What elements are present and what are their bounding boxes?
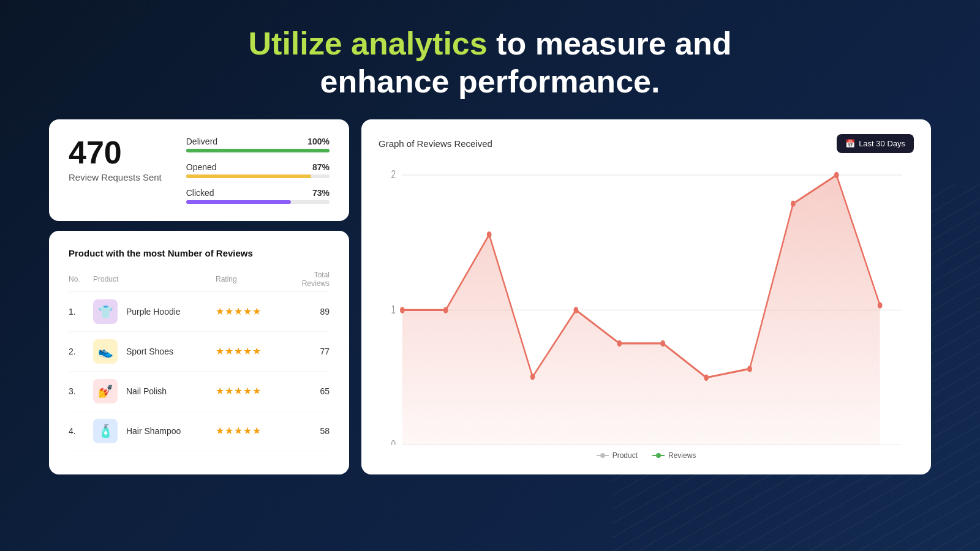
row-rating: ★★★★★ <box>216 331 295 371</box>
stats-summary: 470 Review Requests Sent <box>69 137 162 182</box>
col-header-product: Product <box>93 267 216 292</box>
headline-highlight: Utilize analytics <box>249 26 488 61</box>
product-thumbnail: 👟 <box>93 339 118 364</box>
metric-clicked: Clicked 73% <box>186 188 330 204</box>
chart-dot <box>878 302 883 308</box>
metric-clicked-bar-fill <box>186 200 291 204</box>
table-row: 3. 💅 Nail Polish ★★★★★ 65 <box>69 371 330 411</box>
table-row: 1. 👕 Purple Hoodie ★★★★★ 89 <box>69 291 330 331</box>
chart-dot <box>617 340 622 347</box>
product-stars: ★★★★★ <box>216 346 262 356</box>
products-table: No. Product Rating Total Reviews 1. 👕 Pu… <box>69 267 330 451</box>
product-stars: ★★★★★ <box>216 306 262 317</box>
products-card: Product with the most Number of Reviews … <box>49 231 349 474</box>
row-number: 4. <box>69 411 93 451</box>
chart-dot <box>400 307 405 313</box>
col-header-no: No. <box>69 267 93 292</box>
chart-dot <box>574 307 579 313</box>
products-tbody: 1. 👕 Purple Hoodie ★★★★★ 89 2. 👟 Sport S… <box>69 291 330 451</box>
review-requests-count: 470 <box>69 137 162 168</box>
svg-text:0: 0 <box>391 438 396 445</box>
metric-opened-label: Opened <box>186 162 217 172</box>
row-product: 👕 Purple Hoodie <box>93 291 216 331</box>
chart-dot <box>530 373 535 380</box>
legend-product-line <box>597 455 609 456</box>
svg-text:2: 2 <box>391 168 396 180</box>
legend-item-product: Product <box>597 451 638 460</box>
product-thumbnail: 👕 <box>93 299 118 324</box>
chart-area: 2 1 0 <box>379 159 914 445</box>
metric-opened: Opened 87% <box>186 162 330 178</box>
legend-product-label: Product <box>612 451 638 460</box>
chart-header: Graph of Reviews Received 📅 Last 30 Days <box>379 134 914 153</box>
row-product: 🧴 Hair Shampoo <box>93 411 216 451</box>
metrics-list: Deliverd 100% Opened 87% <box>186 137 330 204</box>
metric-delivered-bar-bg <box>186 149 330 152</box>
chart-dot <box>704 374 709 380</box>
product-name: Purple Hoodie <box>126 307 181 317</box>
chart-title: Graph of Reviews Received <box>379 138 492 149</box>
row-number: 3. <box>69 371 93 411</box>
date-filter-label: Last 30 Days <box>859 139 905 148</box>
row-product: 👟 Sport Shoes <box>93 331 216 371</box>
row-product: 💅 Nail Polish <box>93 371 216 411</box>
metric-clicked-pct: 73% <box>312 188 330 198</box>
metric-delivered-label: Deliverd <box>186 137 217 146</box>
chart-dot <box>747 365 752 372</box>
product-thumbnail: 💅 <box>93 379 118 403</box>
metric-delivered-bar-fill <box>186 149 330 152</box>
chart-dot <box>791 200 796 206</box>
chart-dot <box>660 340 665 347</box>
headline-line2: enhance performance. <box>320 64 660 99</box>
legend-item-reviews: Reviews <box>652 451 696 460</box>
product-name: Nail Polish <box>126 386 167 396</box>
legend-reviews-label: Reviews <box>668 451 696 460</box>
products-title: Product with the most Number of Reviews <box>69 248 330 258</box>
date-filter-button[interactable]: 📅 Last 30 Days <box>837 134 914 153</box>
chart-dot <box>487 231 492 238</box>
stats-card: 470 Review Requests Sent Deliverd 100% <box>49 119 349 221</box>
chart-card: Graph of Reviews Received 📅 Last 30 Days… <box>361 119 931 474</box>
product-stars: ★★★★★ <box>216 386 262 396</box>
metric-opened-pct: 87% <box>312 162 330 172</box>
row-number: 1. <box>69 291 93 331</box>
chart-legend: Product Reviews <box>379 451 914 460</box>
chart-svg: 2 1 0 <box>379 159 914 445</box>
row-reviews: 77 <box>295 331 330 371</box>
headline-rest: to measure and <box>488 26 732 61</box>
product-thumbnail: 🧴 <box>93 419 118 443</box>
table-row: 4. 🧴 Hair Shampoo ★★★★★ 58 <box>69 411 330 451</box>
headline: Utilize analytics to measure and enhance… <box>0 24 980 101</box>
left-column: 470 Review Requests Sent Deliverd 100% <box>49 119 349 474</box>
product-name: Hair Shampoo <box>126 426 181 436</box>
svg-text:1: 1 <box>391 302 396 315</box>
row-rating: ★★★★★ <box>216 411 295 451</box>
row-rating: ★★★★★ <box>216 371 295 411</box>
row-reviews: 65 <box>295 371 330 411</box>
chart-dot <box>443 307 448 313</box>
metric-opened-bar-fill <box>186 174 311 178</box>
calendar-icon: 📅 <box>845 139 855 148</box>
page-header: Utilize analytics to measure and enhance… <box>0 0 980 119</box>
col-header-reviews: Total Reviews <box>295 267 330 292</box>
product-name: Sport Shoes <box>126 347 173 356</box>
metric-delivered: Deliverd 100% <box>186 137 330 152</box>
row-number: 2. <box>69 331 93 371</box>
metric-opened-bar-bg <box>186 174 330 178</box>
metric-clicked-label: Clicked <box>186 188 214 198</box>
metric-clicked-bar-bg <box>186 200 330 204</box>
legend-reviews-line <box>652 455 665 456</box>
row-rating: ★★★★★ <box>216 291 295 331</box>
table-header-row: No. Product Rating Total Reviews <box>69 267 330 292</box>
col-header-rating: Rating <box>216 267 295 292</box>
review-requests-label: Review Requests Sent <box>69 172 162 182</box>
metric-delivered-pct: 100% <box>307 137 330 146</box>
content-area: 470 Review Requests Sent Deliverd 100% <box>0 119 980 474</box>
row-reviews: 89 <box>295 291 330 331</box>
product-stars: ★★★★★ <box>216 425 262 436</box>
table-row: 2. 👟 Sport Shoes ★★★★★ 77 <box>69 331 330 371</box>
chart-dot <box>834 172 839 178</box>
row-reviews: 58 <box>295 411 330 451</box>
